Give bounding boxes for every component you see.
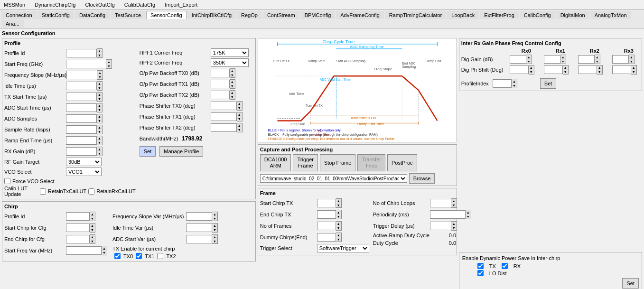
dig-ph-rx3[interactable]: 0.00 ▲▼: [612, 65, 644, 75]
end-chirp-cfg-field[interactable]: 0: [66, 235, 90, 243]
idle-time-up[interactable]: ▲: [97, 82, 102, 86]
start-chirp-tx-field[interactable]: 0: [317, 199, 336, 207]
ramp-end-down[interactable]: ▼: [97, 140, 102, 145]
ramp-end-up[interactable]: ▲: [97, 136, 102, 140]
adc-samples-up[interactable]: ▲: [97, 114, 102, 119]
tab-advframeconfig[interactable]: AdvFrameConfig: [336, 11, 384, 19]
dg-rx2-down[interactable]: ▼: [595, 59, 600, 64]
dg-rx2-up[interactable]: ▲: [595, 55, 600, 59]
profile-index-field[interactable]: 0: [493, 79, 512, 88]
force-vco-checkbox[interactable]: [4, 178, 10, 184]
start-chirp-down[interactable]: ▼: [90, 228, 95, 232]
pi-up[interactable]: ▲: [512, 79, 517, 84]
dp-tx-checkbox[interactable]: [477, 263, 484, 269]
dg-rx1-up[interactable]: ▲: [560, 55, 566, 59]
adc-samples-down[interactable]: ▼: [97, 119, 102, 123]
nof-down[interactable]: ▼: [336, 226, 341, 230]
menu-calibdatacfg[interactable]: CalibDataCfg: [122, 1, 157, 9]
dig-ph-rx0[interactable]: 0.00 ▲▼: [510, 65, 543, 75]
dg-rx0-up[interactable]: ▲: [526, 55, 532, 59]
dig-gain-rx2-field[interactable]: 0.0: [578, 55, 595, 64]
stop-frame-button[interactable]: Stop Frame: [320, 154, 355, 171]
phase-tx1-field[interactable]: 0.000: [211, 112, 237, 121]
op-pwr-tx2-up[interactable]: ▲: [230, 91, 235, 95]
start-freq-down[interactable]: ▼: [106, 64, 112, 68]
tx-start-time-input[interactable]: 0.00 ▲▼: [66, 92, 103, 102]
nof-up[interactable]: ▲: [336, 222, 341, 226]
trigger-delay-field[interactable]: 0.00: [430, 222, 451, 230]
chirp-pid-up[interactable]: ▲: [90, 212, 95, 216]
freq-slope-field[interactable]: 29.982: [66, 71, 97, 79]
op-pwr-tx1-field[interactable]: 0: [211, 80, 230, 88]
ectx-up[interactable]: ▲: [336, 210, 341, 214]
phase-tx0-down[interactable]: ▼: [237, 106, 242, 110]
end-chirp-down[interactable]: ▼: [90, 239, 95, 243]
rx-gain-input[interactable]: 30 ▲▼: [66, 147, 103, 156]
idle-time-field[interactable]: 100.00: [66, 82, 97, 90]
sfv-up[interactable]: ▲: [102, 246, 107, 251]
tab-calibconfig[interactable]: CalibConfig: [520, 11, 555, 19]
dig-ph-rx0-field[interactable]: 0.00: [510, 65, 529, 74]
dc-up[interactable]: ▲: [336, 233, 341, 237]
rf-gain-target-select[interactable]: 30dB20dB10dB: [66, 158, 102, 166]
asv-down[interactable]: ▼: [212, 239, 217, 243]
ramp-end-time-input[interactable]: 60.00 ▲▼: [66, 136, 103, 145]
dummy-chirps-field[interactable]: 0: [317, 233, 336, 242]
profile-id-up[interactable]: ▲: [97, 49, 102, 53]
ectx-down[interactable]: ▼: [336, 214, 341, 219]
fsv-down[interactable]: ▼: [212, 216, 217, 221]
menu-import-export[interactable]: Import_Export: [163, 1, 199, 9]
path-select[interactable]: C:\ti\mmwave_studio_02_01_01_00\mmWaveSt…: [260, 174, 407, 183]
op-pwr-tx0-up[interactable]: ▲: [230, 69, 235, 73]
transfer-files-button[interactable]: Transfer Files: [357, 154, 385, 171]
menu-clockoutcfg[interactable]: ClockOutCfg: [83, 1, 116, 9]
dg-rx3-up[interactable]: ▲: [629, 55, 634, 59]
dig-gain-rx0-field[interactable]: 0.0: [510, 55, 526, 64]
inter-rx-set-button[interactable]: Set: [540, 78, 557, 89]
tab-dataconfig[interactable]: DataConfig: [75, 11, 110, 19]
dg-rx3-down[interactable]: ▼: [629, 59, 634, 64]
chirp-loops-field[interactable]: 128: [430, 199, 451, 207]
op-pwr-tx0-down[interactable]: ▼: [230, 73, 235, 77]
dig-gain-rx1[interactable]: 0.0 ▲▼: [544, 55, 577, 64]
dig-ph-rx2-field[interactable]: 0.00: [578, 65, 597, 74]
td-down[interactable]: ▼: [451, 226, 457, 230]
end-chirp-tx-field[interactable]: 0: [317, 210, 336, 219]
tx-start-time-field[interactable]: 0.00: [66, 93, 97, 101]
end-chirp-up[interactable]: ▲: [90, 235, 95, 239]
dp-rx2-up[interactable]: ▲: [597, 65, 602, 70]
freq-slope-var-field[interactable]: 0.000: [186, 212, 212, 221]
fsv-up[interactable]: ▲: [212, 212, 217, 216]
dig-gain-rx1-field[interactable]: 0.0: [544, 55, 560, 64]
manage-profile-button[interactable]: Manage Profile: [159, 146, 203, 157]
idle-time-input[interactable]: 100.00 ▲▼: [66, 81, 103, 91]
dp-rx3-down[interactable]: ▼: [631, 70, 636, 74]
tab-sensorconfig[interactable]: SensorConfig: [146, 11, 187, 19]
op-pwr-tx1-up[interactable]: ▲: [230, 80, 235, 84]
no-frames-field[interactable]: 8: [317, 222, 336, 230]
asv-up[interactable]: ▲: [212, 235, 217, 239]
start-freq-up[interactable]: ▲: [106, 60, 112, 64]
rx-gain-up[interactable]: ▲: [97, 147, 102, 151]
dp-rx1-down[interactable]: ▼: [563, 70, 568, 74]
sctx-up[interactable]: ▲: [336, 199, 341, 203]
adc-start-down[interactable]: ▼: [97, 108, 102, 112]
tab-connection[interactable]: Connection: [1, 11, 37, 19]
dp-rx2-down[interactable]: ▼: [597, 70, 602, 74]
adc-samples-input[interactable]: 256 ▲▼: [66, 114, 103, 123]
pi-down[interactable]: ▼: [512, 84, 517, 88]
adc-start-up[interactable]: ▲: [97, 103, 102, 108]
dig-ph-rx1-field[interactable]: 0.00: [544, 65, 563, 74]
start-freq-field[interactable]: 77.000000: [66, 60, 106, 68]
dp-set-button[interactable]: Set: [622, 278, 639, 289]
phase-tx2-up[interactable]: ▲: [237, 123, 242, 128]
dg-rx1-down[interactable]: ▼: [560, 59, 566, 64]
profile-id-field[interactable]: 0: [66, 49, 97, 57]
tab-ana[interactable]: Ana...: [1, 19, 24, 28]
dp-rx1-up[interactable]: ▲: [563, 65, 568, 70]
start-chirp-cfg-field[interactable]: 0: [66, 224, 90, 232]
tx-start-down[interactable]: ▼: [97, 97, 102, 101]
vco-select-dropdown[interactable]: VCO1VCO2: [66, 168, 102, 176]
trigger-frame-button[interactable]: Trigger Frame: [293, 154, 317, 171]
idle-time-var-field[interactable]: 0.00: [186, 224, 212, 232]
